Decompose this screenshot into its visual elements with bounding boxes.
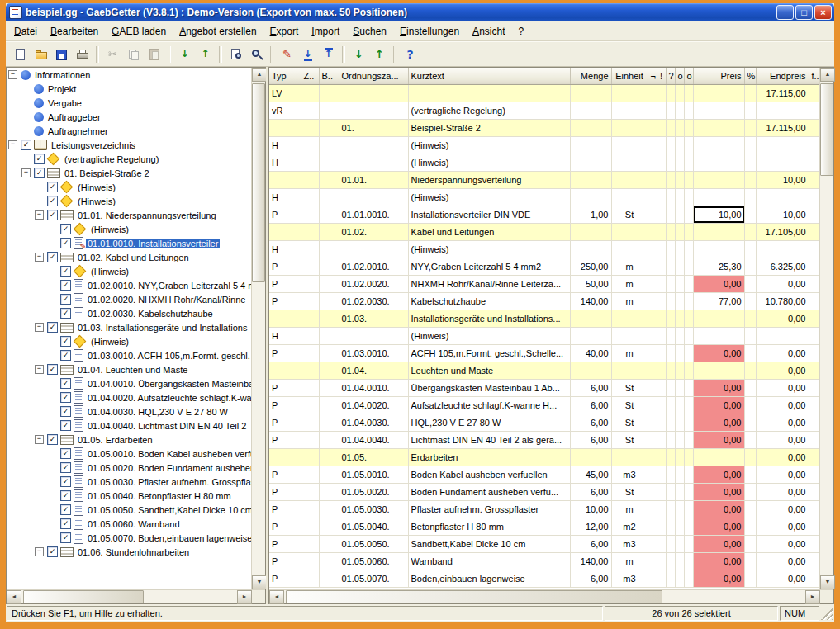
cell-b[interactable] xyxy=(319,484,339,501)
cell-ordnung[interactable]: 01.05.0040. xyxy=(339,518,408,536)
cell-z[interactable] xyxy=(301,206,319,224)
cell-m3[interactable] xyxy=(666,553,675,570)
checkbox-checked-icon[interactable]: ✓ xyxy=(60,280,71,291)
cell-b[interactable] xyxy=(319,293,339,310)
tree-item-01-04-0030-hql-230-v-e-27-80-w[interactable]: ✓01.04.0030. HQL,230 V E 27 80 W xyxy=(7,404,251,419)
tree-item-hinweis[interactable]: ✓(Hinweis) xyxy=(7,334,251,348)
cell-ordnung[interactable]: 01.02.0020. xyxy=(339,276,408,293)
collapse-expander-icon[interactable]: − xyxy=(35,323,44,332)
cell-b[interactable] xyxy=(319,189,339,206)
cell-m5[interactable] xyxy=(684,224,693,241)
cell-menge[interactable]: 6,00 xyxy=(570,380,611,397)
menu-item-einstellungen[interactable]: Einstellungen xyxy=(393,23,466,40)
cell-kurztext[interactable]: Erdarbeiten xyxy=(408,449,570,466)
cell-ordnung[interactable]: 01.05.0050. xyxy=(339,536,408,553)
cell-pct[interactable] xyxy=(744,449,756,466)
cell-fx[interactable] xyxy=(809,432,819,449)
tree-item-01-02-0030-kabelschutzhaube[interactable]: ✓01.02.0030. Kabelschutzhaube xyxy=(7,306,251,320)
cell-menge[interactable] xyxy=(570,85,611,102)
checkbox-checked-icon[interactable]: ✓ xyxy=(60,238,71,248)
grid-horizontal-scrollbar[interactable]: ◄ ► xyxy=(269,590,820,603)
cell-m2[interactable] xyxy=(657,258,666,276)
tree-hscroll-track[interactable] xyxy=(21,590,237,603)
cell-preis[interactable]: 0,00 xyxy=(693,570,744,588)
checkbox-checked-icon[interactable]: ✓ xyxy=(47,182,58,192)
cell-z[interactable] xyxy=(301,380,319,397)
tree-item-leistungsverzeichnis[interactable]: −✓Leistungsverzeichnis xyxy=(7,138,251,152)
checkbox-checked-icon[interactable]: ✓ xyxy=(34,154,45,164)
checkbox-checked-icon[interactable]: ✓ xyxy=(47,546,58,557)
cell-m1[interactable] xyxy=(648,345,657,362)
cell-z[interactable] xyxy=(301,345,319,362)
cell-ordnung[interactable]: 01.02.0010. xyxy=(339,258,408,276)
grid-vscroll-thumb[interactable] xyxy=(820,83,833,176)
cell-z[interactable] xyxy=(301,518,319,536)
tree-item-01-05-0010-boden-kabel-ausheben-verfuellen[interactable]: ✓01.05.0010. Boden Kabel ausheben verfue… xyxy=(7,447,251,461)
tree-item-01-02-kabel-und-leitungen[interactable]: −✓01.02. Kabel und Leitungen xyxy=(7,250,251,264)
grid-vscroll-track[interactable] xyxy=(820,82,833,575)
tree-item-01-beispiel-stra-e-2[interactable]: −✓01. Beispiel-Straße 2 xyxy=(7,166,251,180)
tree-item-01-01-niederspannungsverteilung[interactable]: −✓01.01. Niederspannungsverteilung xyxy=(7,208,251,222)
cell-m5[interactable] xyxy=(684,501,693,518)
cell-typ[interactable]: P xyxy=(269,536,301,553)
cell-m4[interactable] xyxy=(675,241,684,258)
cell-z[interactable] xyxy=(301,276,319,293)
cell-m1[interactable] xyxy=(648,380,657,397)
tree-item-01-05-0050-sandbett-kabel-dicke-10-cm[interactable]: ✓01.05.0050. Sandbett,Kabel Dicke 10 cm xyxy=(7,503,251,517)
cell-fx[interactable] xyxy=(809,241,819,258)
cell-m1[interactable] xyxy=(648,484,657,501)
cell-m4[interactable] xyxy=(675,501,684,518)
menu-item-export[interactable]: Export xyxy=(263,23,306,40)
cell-endpreis[interactable] xyxy=(756,328,809,345)
tree-item-projekt[interactable]: Projekt xyxy=(7,82,251,96)
collapse-expander-icon[interactable]: − xyxy=(35,253,44,262)
cell-pct[interactable] xyxy=(744,137,756,154)
cell-einheit[interactable] xyxy=(611,154,648,172)
cell-pct[interactable] xyxy=(744,276,756,293)
cell-menge[interactable] xyxy=(570,224,611,241)
cell-b[interactable] xyxy=(319,380,339,397)
collapse-expander-icon[interactable]: − xyxy=(8,70,17,79)
cell-m4[interactable] xyxy=(675,536,684,553)
cell-m2[interactable] xyxy=(657,241,666,258)
cell-typ[interactable]: P xyxy=(269,397,301,414)
search-button[interactable] xyxy=(246,45,267,64)
cell-b[interactable] xyxy=(319,241,339,258)
collapse-expander-icon[interactable]: − xyxy=(35,435,44,444)
checkbox-checked-icon[interactable]: ✓ xyxy=(60,532,71,543)
cell-menge[interactable]: 12,00 xyxy=(570,518,611,536)
cell-m4[interactable] xyxy=(675,189,684,206)
menu-item-angebot-erstellen[interactable]: Angebot erstellen xyxy=(173,23,263,40)
tree-item-vergabe[interactable]: Vergabe xyxy=(7,96,251,110)
cell-pct[interactable] xyxy=(744,224,756,241)
checkbox-checked-icon[interactable]: ✓ xyxy=(60,406,71,417)
tree-item-auftraggeber[interactable]: Auftraggeber xyxy=(7,110,251,124)
cell-endpreis[interactable]: 0,00 xyxy=(756,310,809,328)
tree-item-01-04-0010-bergangskasten-masteinbau[interactable]: ✓01.04.0010. Übergangskasten Masteinbau xyxy=(7,376,251,390)
checkbox-checked-icon[interactable]: ✓ xyxy=(60,308,71,319)
tree-item-hinweis[interactable]: ✓(Hinweis) xyxy=(7,222,251,236)
cell-m2[interactable] xyxy=(657,362,666,380)
collapse-expander-icon[interactable]: − xyxy=(21,168,31,177)
cell-m1[interactable] xyxy=(648,120,657,137)
tree-vscroll-track[interactable] xyxy=(252,82,265,575)
cell-m2[interactable] xyxy=(657,432,666,449)
cell-menge[interactable]: 50,00 xyxy=(570,276,611,293)
cell-m4[interactable] xyxy=(675,570,684,588)
table-row[interactable]: P01.04.0030.HQL,230 V E 27 80 W6,00St0,0… xyxy=(269,414,819,432)
cell-z[interactable] xyxy=(301,102,319,120)
cell-m2[interactable] xyxy=(657,553,666,570)
column-header-z[interactable]: Z.. xyxy=(301,68,319,85)
cell-kurztext[interactable]: Niederspannungsverteilung xyxy=(408,172,570,189)
cell-typ[interactable]: H xyxy=(269,137,301,154)
cell-pct[interactable] xyxy=(744,172,756,189)
cell-einheit[interactable] xyxy=(611,241,648,258)
cell-endpreis[interactable]: 6.325,00 xyxy=(756,258,809,276)
next-position-button[interactable]: ↓ xyxy=(349,45,369,64)
cell-fx[interactable] xyxy=(809,501,819,518)
cell-m3[interactable] xyxy=(666,224,675,241)
cell-fx[interactable] xyxy=(809,120,819,137)
cell-einheit[interactable]: m2 xyxy=(611,518,648,536)
cell-einheit[interactable] xyxy=(611,310,648,328)
table-row[interactable]: 01.02.Kabel und Leitungen17.105,00 xyxy=(269,224,819,241)
